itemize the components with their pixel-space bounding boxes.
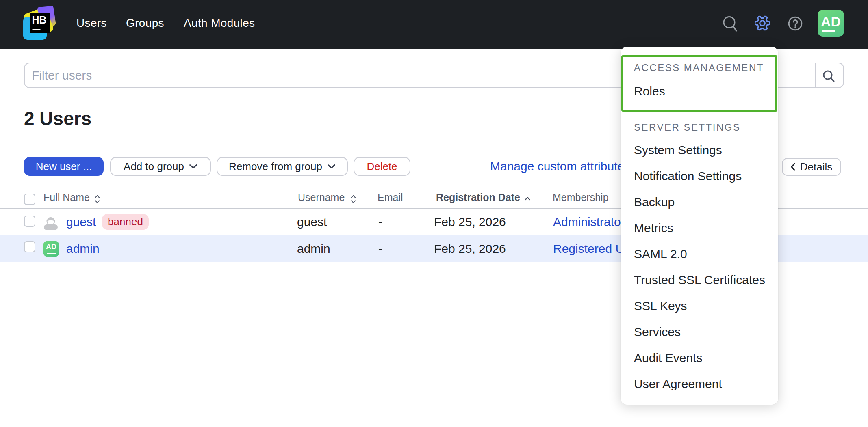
svg-text:HB: HB bbox=[32, 14, 47, 26]
